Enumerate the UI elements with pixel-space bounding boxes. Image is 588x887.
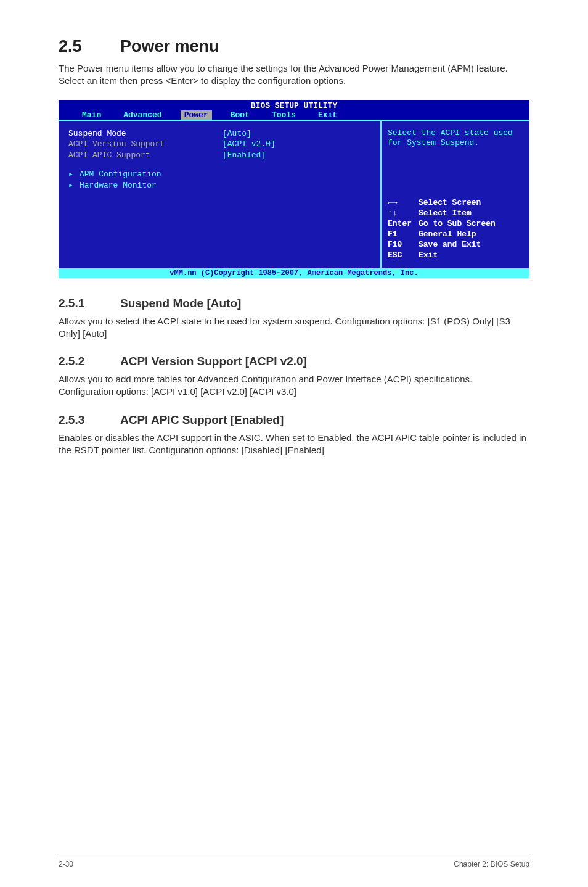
bios-right-panel: Select the ACPI state used for System Su… <box>382 121 529 268</box>
key-desc: Save and Exit <box>419 240 481 250</box>
subsection-body: Allows you to add more tables for Advanc… <box>59 373 529 398</box>
subsection-heading: 2.5.2ACPI Version Support [ACPI v2.0] <box>59 355 529 368</box>
bios-header: BIOS SETUP UTILITY <box>59 100 529 110</box>
bios-key-row: ←→Select Screen <box>388 198 523 208</box>
subsection-body: Enables or disables the ACPI support in … <box>59 432 529 457</box>
key-symbol: ↑↓ <box>388 208 419 219</box>
key-symbol: ESC <box>388 250 419 261</box>
subsection-number: 2.5.3 <box>59 413 120 427</box>
subsection-body: Allows you to select the ACPI state to b… <box>59 315 529 340</box>
subsection-heading: 2.5.3ACPI APIC Support [Enabled] <box>59 413 529 427</box>
page-number: 2-30 <box>59 860 73 868</box>
subsection-title-text: Suspend Mode [Auto] <box>120 297 241 310</box>
bios-submenu: ▸ Hardware Monitor <box>68 180 370 191</box>
bios-row-label: ACPI APIC Support <box>68 150 223 161</box>
subsection-title-text: ACPI APIC Support [Enabled] <box>120 413 284 426</box>
bios-help-text: Select the ACPI state used for System Su… <box>388 128 523 149</box>
key-desc: Exit <box>419 250 438 261</box>
bios-key-row: F1General Help <box>388 229 523 240</box>
subsection-title-text: ACPI Version Support [ACPI v2.0] <box>120 355 307 368</box>
bios-submenu: ▸ APM Configuration <box>68 169 370 180</box>
bios-body: Suspend Mode [Auto] ACPI Version Support… <box>59 120 529 268</box>
bios-submenu-label: Hardware Monitor <box>80 180 157 191</box>
section-intro: The Power menu items allow you to change… <box>59 62 529 88</box>
bios-tab-exit: Exit <box>307 110 348 120</box>
bios-row-value: [ACPI v2.0] <box>223 139 276 150</box>
bios-row: ACPI APIC Support [Enabled] <box>68 150 370 161</box>
bios-row-value: [Auto] <box>223 128 251 139</box>
key-desc: General Help <box>419 229 476 240</box>
bios-left-panel: Suspend Mode [Auto] ACPI Version Support… <box>59 121 382 268</box>
bios-submenu-label: APM Configuration <box>80 169 161 180</box>
bios-tab-power: Power <box>181 110 212 120</box>
arrow-right-icon: ▸ <box>68 169 80 180</box>
bios-key-row: ↑↓Select Item <box>388 208 523 219</box>
bios-row-label: Suspend Mode <box>68 128 223 139</box>
bios-row: Suspend Mode [Auto] <box>68 128 370 139</box>
section-heading: 2.5Power menu <box>59 37 529 56</box>
bios-key-row: F10Save and Exit <box>388 240 523 250</box>
subsection-number: 2.5.2 <box>59 355 120 368</box>
bios-row-label: ACPI Version Support <box>68 139 223 150</box>
subsection-heading: 2.5.1Suspend Mode [Auto] <box>59 297 529 310</box>
bios-tab-tools: Tools <box>261 110 307 120</box>
bios-footer: vMM.nn (C)Copyright 1985-2007, American … <box>59 268 529 278</box>
bios-key-row: ESCExit <box>388 250 523 261</box>
key-symbol: F1 <box>388 229 419 240</box>
bios-row-value: [Enabled] <box>223 150 266 161</box>
key-symbol: Enter <box>388 219 419 229</box>
subsection-number: 2.5.1 <box>59 297 120 310</box>
bios-submenu-group: ▸ APM Configuration ▸ Hardware Monitor <box>68 169 370 191</box>
section-title-text: Power menu <box>120 37 219 56</box>
bios-tab-advanced: Advanced <box>112 110 173 120</box>
bios-screenshot: BIOS SETUP UTILITY Main Advanced Power B… <box>59 100 529 278</box>
section-number: 2.5 <box>59 37 120 56</box>
key-desc: Select Item <box>419 208 472 219</box>
bios-tab-main: Main <box>71 110 112 120</box>
bios-tabs: Main Advanced Power Boot Tools Exit <box>59 110 529 120</box>
bios-nav-keys: ←→Select Screen ↑↓Select Item EnterGo to… <box>388 198 523 260</box>
bios-tab-boot: Boot <box>219 110 261 120</box>
chapter-label: Chapter 2: BIOS Setup <box>454 860 529 868</box>
key-desc: Select Screen <box>419 198 481 208</box>
page-footer: 2-30 Chapter 2: BIOS Setup <box>59 856 529 868</box>
arrow-right-icon: ▸ <box>68 180 80 191</box>
key-symbol: ←→ <box>388 198 419 208</box>
key-symbol: F10 <box>388 240 419 250</box>
bios-key-row: EnterGo to Sub Screen <box>388 219 523 229</box>
key-desc: Go to Sub Screen <box>419 219 496 229</box>
bios-row: ACPI Version Support [ACPI v2.0] <box>68 139 370 150</box>
